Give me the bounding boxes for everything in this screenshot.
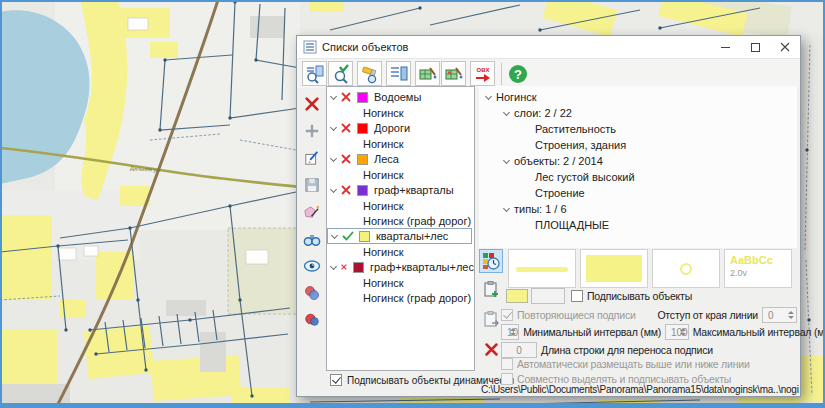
list-subitem[interactable]: Ногинск bbox=[327, 275, 474, 290]
dialog-toolbar: ОВХ ? bbox=[297, 59, 800, 88]
search-check-button[interactable] bbox=[328, 61, 353, 86]
tree-leaf[interactable]: Лес густой высокий bbox=[479, 169, 797, 185]
table-edit-alt-button[interactable] bbox=[441, 61, 466, 86]
search-list-button[interactable] bbox=[302, 61, 327, 86]
chevron-down-icon[interactable] bbox=[330, 262, 337, 269]
list-subitem[interactable]: Ногинск (граф дорог) bbox=[327, 290, 474, 305]
maximize-button[interactable] bbox=[740, 36, 770, 58]
spinner-arrows-icon[interactable] bbox=[680, 327, 686, 337]
repeat-labels-checkbox[interactable] bbox=[501, 309, 513, 321]
help-button[interactable]: ? bbox=[507, 63, 529, 85]
list-item-graf-kvartaly-les[interactable]: граф+кварталы+лес bbox=[327, 259, 474, 275]
list-item-lesa[interactable]: Леса bbox=[327, 151, 474, 167]
tree-leaf[interactable]: Строения, здания bbox=[479, 137, 797, 153]
fill-sample bbox=[586, 255, 642, 282]
list-item-graf-kvartaly[interactable]: граф+кварталы bbox=[327, 182, 474, 198]
list-item-label: Леса bbox=[374, 153, 399, 165]
min-interval-spinner[interactable]: 10 bbox=[501, 324, 519, 340]
table-edit-alt-icon bbox=[444, 64, 464, 84]
x-mark-icon[interactable] bbox=[341, 92, 351, 102]
table-edit-button[interactable] bbox=[415, 61, 440, 86]
max-interval-spinner[interactable]: 100 bbox=[665, 324, 689, 340]
list-select-icon bbox=[389, 64, 409, 84]
tree-leaf[interactable]: Растительность bbox=[479, 121, 797, 137]
x-mark-icon[interactable] bbox=[341, 154, 351, 164]
label-font-box[interactable] bbox=[531, 288, 565, 304]
add-list-button[interactable] bbox=[300, 119, 324, 143]
object-lists-panel[interactable]: Водоемы Ногинск Дороги Ногинск Леса Ноги… bbox=[326, 86, 475, 371]
find-button[interactable] bbox=[300, 227, 324, 251]
spinner-arrows-icon[interactable] bbox=[788, 310, 794, 320]
list-subitem[interactable]: Ногинск bbox=[327, 105, 474, 120]
list-item-dorogi[interactable]: Дороги bbox=[327, 120, 474, 136]
wrap-length-value: 0 bbox=[516, 345, 522, 356]
toolbar-separator bbox=[501, 63, 502, 85]
chevron-down-icon[interactable] bbox=[330, 123, 337, 130]
label-color-swatch[interactable] bbox=[506, 289, 528, 303]
x-mark-icon[interactable] bbox=[341, 185, 351, 195]
close-button[interactable] bbox=[770, 36, 800, 58]
spinner-arrows-icon[interactable] bbox=[510, 327, 516, 337]
min-interval-label: Минимальный интервал (мм) bbox=[523, 326, 661, 338]
list-subitem[interactable]: Ногинск bbox=[327, 136, 474, 151]
chevron-down-icon[interactable] bbox=[503, 204, 510, 211]
view-button[interactable] bbox=[300, 254, 324, 278]
flashlight-button[interactable] bbox=[357, 61, 382, 86]
list-item-kvartaly-les-selected[interactable]: кварталы+лес bbox=[327, 228, 472, 244]
overlap-circles-icon bbox=[303, 284, 321, 302]
delete-list-button[interactable] bbox=[300, 92, 324, 116]
chevron-down-icon[interactable] bbox=[330, 185, 337, 192]
list-subitem[interactable]: Ногинск (граф дорог) bbox=[327, 213, 474, 228]
edge-offset-spinner[interactable]: 0 bbox=[762, 307, 797, 323]
preview-text-swatch[interactable]: AaBbCc 2.0v bbox=[724, 249, 792, 288]
wrap-length-input[interactable]: 0 bbox=[501, 342, 537, 358]
x-mark-icon[interactable] bbox=[341, 262, 347, 272]
minimize-button[interactable] bbox=[710, 36, 740, 58]
tree-root-label: Ногинск bbox=[496, 91, 537, 103]
list-subitem[interactable]: Ногинск bbox=[327, 167, 474, 182]
composition-tree[interactable]: Ногинск слои: 2 / 22 Растительность Стро… bbox=[479, 86, 797, 248]
chevron-down-icon[interactable] bbox=[503, 108, 510, 115]
auto-place-checkbox[interactable] bbox=[501, 358, 513, 370]
clipboard-apply-button[interactable] bbox=[479, 307, 503, 331]
select-objects-button[interactable] bbox=[300, 281, 324, 305]
obx-export-button[interactable]: ОВХ bbox=[470, 61, 495, 86]
tree-node-types[interactable]: типы: 1 / 6 bbox=[479, 201, 797, 217]
text-sample-size: 2.0v bbox=[730, 268, 747, 278]
x-mark-icon[interactable] bbox=[341, 123, 351, 133]
dialog-titlebar[interactable]: Списки объектов bbox=[297, 36, 800, 59]
color-swatch bbox=[357, 185, 368, 196]
clear-sign-button[interactable] bbox=[479, 337, 503, 361]
tree-node-objects[interactable]: объекты: 2 / 2014 bbox=[479, 153, 797, 169]
list-item-vodoemy[interactable]: Водоемы bbox=[327, 89, 474, 105]
palette-view-button[interactable] bbox=[479, 249, 503, 273]
chevron-down-icon[interactable] bbox=[331, 231, 338, 238]
preview-point-swatch[interactable] bbox=[652, 249, 720, 288]
list-subitem-label: Ногинск bbox=[363, 107, 404, 119]
edit-list-button[interactable] bbox=[300, 146, 324, 170]
repeat-labels-label: Повторяющиеся подписи bbox=[517, 309, 636, 321]
save-list-button[interactable] bbox=[300, 173, 324, 197]
tree-leaf[interactable]: Строение bbox=[479, 185, 797, 201]
list-subitem[interactable]: Ногинск bbox=[327, 244, 474, 259]
chevron-down-icon[interactable] bbox=[485, 92, 492, 99]
list-subitem[interactable]: Ногинск bbox=[327, 198, 474, 213]
clipboard-add-button[interactable] bbox=[479, 277, 503, 301]
tree-leaf-label: ПЛОЩАДНЫЕ bbox=[535, 219, 609, 231]
preview-fill-swatch[interactable] bbox=[580, 249, 648, 288]
preview-line-swatch[interactable] bbox=[508, 249, 576, 288]
tree-root[interactable]: Ногинск bbox=[479, 89, 797, 105]
map-fragment-button[interactable] bbox=[300, 200, 324, 224]
eye-icon bbox=[303, 257, 321, 275]
chevron-down-icon[interactable] bbox=[330, 92, 337, 99]
chevron-down-icon[interactable] bbox=[503, 156, 510, 163]
select-objects-alt-button[interactable] bbox=[300, 308, 324, 332]
list-select-button[interactable] bbox=[386, 61, 411, 86]
tree-node-layers[interactable]: слои: 2 / 22 bbox=[479, 105, 797, 121]
svg-text:?: ? bbox=[514, 66, 522, 81]
chevron-down-icon[interactable] bbox=[330, 154, 337, 161]
check-mark-icon[interactable] bbox=[342, 231, 354, 241]
tree-leaf[interactable]: ПЛОЩАДНЫЕ bbox=[479, 217, 797, 233]
sign-objects-checkbox[interactable] bbox=[571, 290, 583, 302]
dynamic-labels-checkbox[interactable] bbox=[330, 374, 342, 386]
